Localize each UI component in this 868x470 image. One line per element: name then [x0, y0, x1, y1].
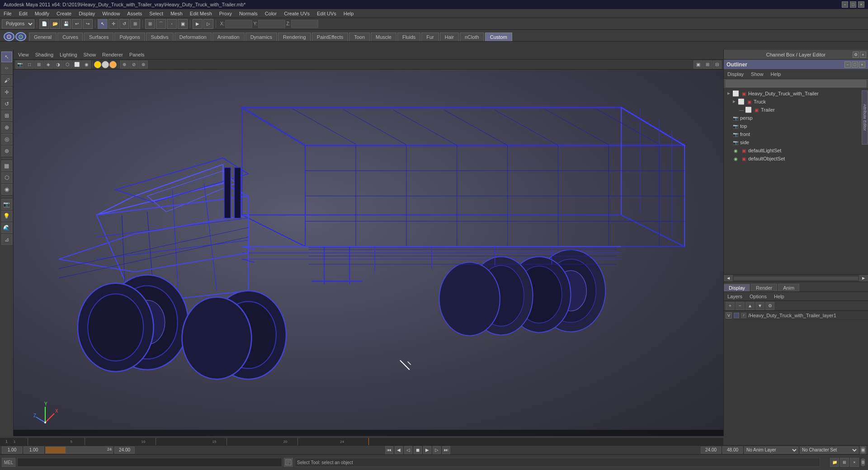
- menu-select[interactable]: Select: [146, 9, 167, 18]
- 3d-viewport[interactable]: X Y Z: [14, 70, 723, 436]
- rotate-tool-button[interactable]: ↺: [119, 19, 129, 29]
- vp-camera-btn[interactable]: 📷: [15, 61, 24, 69]
- close-button[interactable]: ×: [858, 1, 864, 8]
- scale-icon[interactable]: ⊞: [1, 110, 12, 121]
- bottom-scroll-btn[interactable]: [860, 458, 866, 467]
- layer-tab-render[interactable]: Render: [751, 284, 777, 291]
- vp-wireframe-btn[interactable]: ⬡: [63, 61, 72, 69]
- menu-normals[interactable]: Normals: [236, 9, 261, 18]
- tree-item-side[interactable]: 📷 side: [724, 138, 868, 146]
- command-line-input[interactable]: [17, 458, 282, 467]
- menu-proxy[interactable]: Proxy: [216, 9, 236, 18]
- vp-menu-view[interactable]: View: [15, 51, 32, 58]
- snap-surface-button[interactable]: ▣: [178, 19, 188, 29]
- vp-light-yellow[interactable]: [94, 61, 101, 68]
- tree-item-trailer[interactable]: — ⬜ ▣ Trailer: [724, 106, 868, 114]
- mesh-display-icon[interactable]: ▦: [1, 160, 12, 171]
- step-back-button[interactable]: ◀: [395, 446, 403, 454]
- animation-bar[interactable]: 24: [45, 446, 113, 454]
- open-scene-button[interactable]: 📂: [50, 19, 60, 29]
- layer-move-down-btn[interactable]: ▼: [755, 302, 764, 310]
- tab-curves[interactable]: Curves: [57, 33, 83, 41]
- soft-mod-icon[interactable]: ◎: [1, 134, 12, 145]
- tab-rendering[interactable]: Rendering: [278, 33, 311, 41]
- vp-bounding-box-btn[interactable]: ⬜: [72, 61, 81, 69]
- tab-subdivs[interactable]: Subdivs: [146, 33, 174, 41]
- range-start-input[interactable]: [2, 446, 22, 454]
- go-to-end-button[interactable]: ⏭: [442, 446, 450, 454]
- vp-menu-renderer[interactable]: Renderer: [99, 51, 126, 58]
- vp-light-grey[interactable]: [102, 61, 109, 68]
- layer-tab-anim[interactable]: Anim: [778, 284, 799, 291]
- menu-display[interactable]: Display: [75, 9, 99, 18]
- tree-item-light-set[interactable]: ◉ ▣ defaultLightSet: [724, 146, 868, 155]
- snap-point-button[interactable]: ◦: [167, 19, 177, 29]
- vp-select-hierarchy-btn[interactable]: ⊞: [34, 61, 43, 69]
- vp-menu-panels[interactable]: Panels: [127, 51, 147, 58]
- snap-grid-button[interactable]: ⊞: [145, 19, 155, 29]
- lasso-tool-icon[interactable]: ⌔: [1, 63, 12, 74]
- script-editor-open-btn[interactable]: [284, 458, 293, 467]
- tab-polygons[interactable]: Polygons: [114, 33, 145, 41]
- new-scene-button[interactable]: 📄: [39, 19, 49, 29]
- outliner-menu-help[interactable]: Help: [767, 70, 785, 78]
- vp-smooth-btn[interactable]: ◉: [82, 61, 91, 69]
- menu-edit-uvs[interactable]: Edit UVs: [313, 9, 340, 18]
- play-back-button[interactable]: ◁: [404, 446, 412, 454]
- panel-close-button[interactable]: ×: [860, 52, 866, 58]
- vp-menu-shading[interactable]: Shading: [33, 51, 56, 58]
- menu-create[interactable]: Create: [53, 9, 75, 18]
- timeline-scroll-btn[interactable]: [860, 446, 866, 454]
- tab-animation[interactable]: Animation: [212, 33, 245, 41]
- current-frame-input[interactable]: [24, 446, 44, 454]
- tab-painteffects[interactable]: PaintEffects: [312, 33, 349, 41]
- scroll-right-btn[interactable]: ▶: [859, 275, 868, 282]
- tree-item-truck-group[interactable]: ⬜ ▣ Heavy_Duty_Truck_with_Trailer: [724, 89, 868, 98]
- rotate-icon[interactable]: ↺: [1, 99, 12, 109]
- outliner-menu-show[interactable]: Show: [747, 70, 767, 78]
- layer-options-btn[interactable]: ⚙: [765, 302, 774, 310]
- snap-curve-button[interactable]: ⌒: [156, 19, 166, 29]
- layer-create-btn[interactable]: +: [726, 302, 735, 310]
- tab-fur[interactable]: Fur: [421, 33, 439, 41]
- minimize-button[interactable]: −: [842, 1, 848, 8]
- universal-manip-icon[interactable]: ⊕: [1, 122, 12, 133]
- vp-select-all-btn[interactable]: □: [25, 61, 34, 69]
- x-input[interactable]: [225, 20, 252, 28]
- tab-ncloth[interactable]: nCloth: [460, 33, 484, 41]
- anim-layer-select[interactable]: No Anim Layer: [744, 446, 798, 454]
- undo-button[interactable]: ↩: [72, 19, 82, 29]
- quick-button-2[interactable]: ⊙: [15, 32, 26, 41]
- tab-custom[interactable]: Custom: [485, 33, 512, 41]
- select-tool-icon[interactable]: ↖: [1, 52, 12, 62]
- workspace-dropdown[interactable]: Polygons: [2, 19, 34, 28]
- tab-muscle[interactable]: Muscle: [371, 33, 396, 41]
- char-set-select[interactable]: No Character Set: [800, 446, 859, 454]
- redo-button[interactable]: ↪: [83, 19, 93, 29]
- layer-item-1[interactable]: V / /Heavy_Duty_Truck_with_Trailer_layer…: [724, 311, 868, 320]
- bottom-config-btn[interactable]: ⊞: [840, 458, 849, 467]
- vp-extra-btn-1[interactable]: ⊕: [120, 61, 129, 69]
- deform-icon[interactable]: ⊿: [1, 234, 12, 245]
- outliner-search-input[interactable]: [726, 80, 866, 87]
- menu-assets[interactable]: Assets: [123, 9, 146, 18]
- layer-tab-display[interactable]: Display: [724, 284, 750, 291]
- tree-item-persp[interactable]: 📷 persp: [724, 114, 868, 122]
- tree-item-truck[interactable]: ⬜ ▣ Truck: [724, 98, 868, 106]
- y-input[interactable]: [258, 20, 285, 28]
- wireframe-icon[interactable]: ⬡: [1, 172, 12, 183]
- show-manip-icon[interactable]: ⊛: [1, 146, 12, 156]
- quick-button-1[interactable]: ⊙: [4, 32, 14, 41]
- outliner-minimize-btn[interactable]: −: [844, 61, 851, 68]
- menu-file[interactable]: File: [0, 9, 15, 18]
- vp-grid-btn[interactable]: ⊟: [712, 61, 722, 69]
- bottom-x-btn[interactable]: ×: [850, 458, 859, 467]
- layer-menu-layers[interactable]: Layers: [724, 293, 746, 300]
- expand-arrow-1[interactable]: [726, 91, 732, 96]
- range-end-input[interactable]: [114, 446, 135, 454]
- bottom-folder-btn[interactable]: 📁: [830, 458, 839, 467]
- render-button[interactable]: ▶: [193, 19, 203, 29]
- select-tool-button[interactable]: ↖: [98, 19, 108, 29]
- save-scene-button[interactable]: 💾: [61, 19, 71, 29]
- vp-extra-btn-2[interactable]: ⊘: [129, 61, 138, 69]
